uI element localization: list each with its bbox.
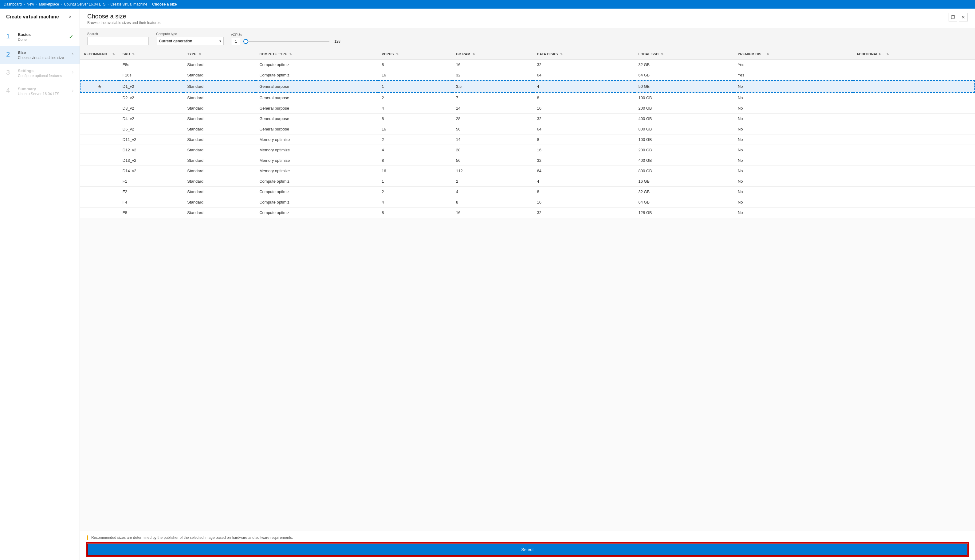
vcpu-label: vCPUs <box>231 33 343 37</box>
cell-data_disks: 4 <box>533 176 634 187</box>
cell-sku: F16s <box>119 70 184 81</box>
cell-type: Standard <box>184 103 256 113</box>
cell-data_disks: 16 <box>533 145 634 155</box>
table-row[interactable]: F2StandardCompute optimiz24832 GBNo <box>80 187 975 197</box>
breadcrumb-new[interactable]: New <box>27 2 34 7</box>
vcpu-group: vCPUs 128 <box>231 33 343 45</box>
cell-additional <box>853 187 975 197</box>
cell-compute_type: Compute optimiz <box>256 197 378 208</box>
table-row[interactable]: F8sStandardCompute optimiz8163232 GBYes <box>80 59 975 70</box>
cell-type: Standard <box>184 187 256 197</box>
breadcrumb-marketplace[interactable]: Marketplace <box>39 2 59 7</box>
cell-vcpus: 16 <box>378 166 452 176</box>
cell-local_ssd: 16 GB <box>634 176 734 187</box>
col-recommended[interactable]: RECOMMEND... ⇅ <box>80 49 119 59</box>
cell-gb_ram: 28 <box>452 145 533 155</box>
vcpu-slider-row: 128 <box>231 38 343 45</box>
table-row[interactable]: D13_v2StandardMemory optimize85632400 GB… <box>80 155 975 166</box>
breadcrumb-create-vm[interactable]: Create virtual machine <box>110 2 147 7</box>
step-4-info: Summary Ubuntu Server 16.04 LTS <box>18 87 72 96</box>
search-input[interactable] <box>87 37 149 45</box>
recommended-empty <box>80 135 119 145</box>
cell-local_ssd: 200 GB <box>634 145 734 155</box>
cell-compute_type: General purpose <box>256 124 378 135</box>
cell-sku: F8s <box>119 59 184 70</box>
cell-gb_ram: 56 <box>452 124 533 135</box>
sort-arrows-compute-type: ⇅ <box>289 53 292 56</box>
compute-type-select[interactable]: Current generation All generations <box>156 37 224 45</box>
cell-type: Standard <box>184 92 256 103</box>
recommended-empty <box>80 145 119 155</box>
col-type[interactable]: TYPE ⇅ <box>184 49 256 59</box>
cell-premium_disks: No <box>734 103 853 113</box>
table-row[interactable]: D5_v2StandardGeneral purpose165664800 GB… <box>80 124 975 135</box>
sidebar: Create virtual machine × 1 Basics Done ✓… <box>0 8 80 560</box>
step-2-size[interactable]: 2 Size Choose virtual machine size › <box>0 46 80 64</box>
sort-arrows-local-ssd: ⇅ <box>661 53 664 56</box>
col-additional[interactable]: ADDITIONAL F... ⇅ <box>853 49 975 59</box>
sort-arrows-gb-ram: ⇅ <box>473 53 475 56</box>
step-1-basics[interactable]: 1 Basics Done ✓ <box>0 28 80 46</box>
step-4-label: Summary <box>18 87 72 91</box>
cell-additional <box>853 176 975 187</box>
vcpu-min-input[interactable] <box>231 38 241 45</box>
cell-local_ssd: 32 GB <box>634 187 734 197</box>
table-row[interactable]: D2_v2StandardGeneral purpose278100 GBNo <box>80 92 975 103</box>
recommended-empty <box>80 124 119 135</box>
table-row[interactable]: F1StandardCompute optimiz12416 GBNo <box>80 176 975 187</box>
cell-vcpus: 2 <box>378 92 452 103</box>
table-row[interactable]: D14_v2StandardMemory optimize1611264800 … <box>80 166 975 176</box>
col-data-disks[interactable]: DATA DISKS ⇅ <box>533 49 634 59</box>
step-3-label: Settings <box>18 68 72 73</box>
recommended-empty <box>80 176 119 187</box>
cell-vcpus: 8 <box>378 113 452 124</box>
table-row[interactable]: F4StandardCompute optimiz481664 GBNo <box>80 197 975 208</box>
breadcrumb-dashboard[interactable]: Dashboard <box>4 2 22 7</box>
table-row[interactable]: ★D1_v2StandardGeneral purpose13.5450 GBN… <box>80 80 975 92</box>
table-row[interactable]: D4_v2StandardGeneral purpose82832400 GBN… <box>80 113 975 124</box>
restore-button[interactable]: ❐ <box>948 13 957 22</box>
col-sku[interactable]: SKU ⇅ <box>119 49 184 59</box>
cell-gb_ram: 3.5 <box>452 80 533 92</box>
cell-local_ssd: 800 GB <box>634 166 734 176</box>
panel-title-group: Choose a size Browse the available sizes… <box>87 13 161 25</box>
cell-local_ssd: 400 GB <box>634 113 734 124</box>
table-row[interactable]: D3_v2StandardGeneral purpose41416200 GBN… <box>80 103 975 113</box>
select-button[interactable]: Select <box>87 543 968 556</box>
recommended-empty <box>80 166 119 176</box>
cell-premium_disks: No <box>734 155 853 166</box>
chevron-right-icon-4: › <box>72 88 74 93</box>
cell-type: Standard <box>184 155 256 166</box>
cell-vcpus: 16 <box>378 70 452 81</box>
chevron-right-icon-3: › <box>72 70 74 75</box>
table-row[interactable]: D11_v2StandardMemory optimize2148100 GBN… <box>80 135 975 145</box>
col-gb-ram[interactable]: GB RAM ⇅ <box>452 49 533 59</box>
cell-sku: D2_v2 <box>119 92 184 103</box>
cell-vcpus: 8 <box>378 155 452 166</box>
step-2-number: 2 <box>6 51 15 58</box>
cell-gb_ram: 16 <box>452 208 533 218</box>
col-local-ssd[interactable]: LOCAL SSD ⇅ <box>634 49 734 59</box>
vcpu-slider[interactable] <box>243 41 329 42</box>
cell-gb_ram: 28 <box>452 113 533 124</box>
cell-premium_disks: No <box>734 113 853 124</box>
cell-premium_disks: No <box>734 176 853 187</box>
table-row[interactable]: F8StandardCompute optimiz81632128 GBNo <box>80 208 975 218</box>
close-panel-button[interactable]: ✕ <box>959 13 968 22</box>
cell-local_ssd: 400 GB <box>634 155 734 166</box>
cell-data_disks: 32 <box>533 113 634 124</box>
col-compute-type[interactable]: COMPUTE TYPE ⇅ <box>256 49 378 59</box>
sort-arrows-vcpus: ⇅ <box>396 53 398 56</box>
col-vcpus[interactable]: VCPUS ⇅ <box>378 49 452 59</box>
table-row[interactable]: D12_v2StandardMemory optimize42816200 GB… <box>80 145 975 155</box>
close-sidebar-button[interactable]: × <box>67 13 74 20</box>
table-row[interactable]: F16sStandardCompute optimiz16326464 GBYe… <box>80 70 975 81</box>
cell-premium_disks: No <box>734 135 853 145</box>
col-premium-disks[interactable]: PREMIUM DIS... ⇅ <box>734 49 853 59</box>
step-1-info: Basics Done <box>18 32 69 42</box>
sort-arrows-type: ⇅ <box>199 53 201 56</box>
cell-type: Standard <box>184 70 256 81</box>
breadcrumb-ubuntu[interactable]: Ubuntu Server 16.04 LTS <box>64 2 105 7</box>
cell-compute_type: Compute optimiz <box>256 208 378 218</box>
cell-vcpus: 4 <box>378 103 452 113</box>
